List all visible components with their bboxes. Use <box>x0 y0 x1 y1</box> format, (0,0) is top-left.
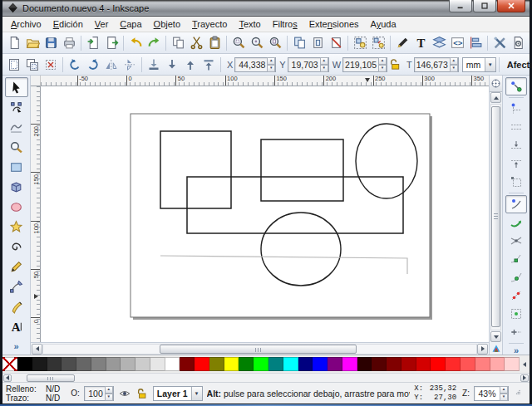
chevron-down-icon[interactable] <box>485 58 495 71</box>
pencil-tool[interactable] <box>5 257 28 276</box>
snap-rotation-centers-button[interactable] <box>505 323 527 341</box>
canvas-corner-button[interactable] <box>490 76 503 92</box>
layer-selector[interactable]: Layer 1 <box>153 386 203 401</box>
rectangle-tool[interactable] <box>5 157 28 177</box>
snap-enable-button[interactable] <box>505 77 527 95</box>
menu-capa[interactable]: Capa <box>114 17 147 31</box>
undo-button[interactable] <box>126 34 145 52</box>
menu-edición[interactable]: Edición <box>47 17 89 31</box>
zoom-page-button[interactable] <box>266 34 284 52</box>
ellipse-tool[interactable] <box>5 197 28 217</box>
color-swatch[interactable] <box>401 357 416 371</box>
h-scroll-thumb[interactable] <box>160 345 357 354</box>
import-button[interactable] <box>84 34 102 52</box>
color-swatch[interactable] <box>446 357 461 371</box>
spin-up-icon[interactable] <box>105 386 113 394</box>
x-value[interactable]: 44,338 <box>235 60 267 70</box>
selector-tool[interactable] <box>5 77 28 97</box>
spin-down-icon[interactable] <box>320 65 328 72</box>
cut-button[interactable] <box>187 34 205 52</box>
preferences-button[interactable] <box>490 34 509 52</box>
xml-editor-button[interactable]: <> <box>448 34 466 52</box>
spin-up-icon[interactable] <box>267 57 275 65</box>
fill-stroke-button[interactable] <box>393 34 411 52</box>
save-button[interactable] <box>42 34 60 52</box>
export-button[interactable] <box>102 34 121 52</box>
color-swatch[interactable] <box>239 357 254 371</box>
color-swatch[interactable] <box>490 357 505 371</box>
zoom-tool[interactable] <box>5 137 28 157</box>
height-spinner[interactable] <box>450 57 458 72</box>
layer-visibility-toggle[interactable] <box>118 387 131 400</box>
color-managed-display-button[interactable] <box>490 342 503 355</box>
height-input[interactable]: 146,673 <box>414 57 459 72</box>
spin-up-icon[interactable] <box>450 57 458 65</box>
spin-down-icon[interactable] <box>500 394 508 401</box>
snap-bbox-midpoints-button[interactable] <box>505 173 527 191</box>
zoom-drawing-button[interactable] <box>248 34 266 52</box>
clone-button[interactable] <box>308 34 327 52</box>
snap-smooth-nodes-button[interactable] <box>505 268 527 286</box>
color-swatch[interactable] <box>505 357 520 371</box>
color-swatch[interactable] <box>328 357 342 371</box>
y-spinner[interactable] <box>320 57 328 72</box>
color-swatch[interactable] <box>387 357 401 371</box>
snap-midpoints-button[interactable] <box>505 286 527 305</box>
vertical-ruler[interactable]: 200150100500 <box>31 86 41 342</box>
menu-filtros[interactable]: Filtros <box>267 17 303 31</box>
drawing-canvas[interactable] <box>41 86 489 342</box>
y-input[interactable]: 19,703 <box>288 57 329 72</box>
color-swatch[interactable] <box>431 357 446 371</box>
text-tool-tool[interactable]: A <box>5 316 28 336</box>
x-input[interactable]: 44,338 <box>234 57 276 72</box>
color-swatch[interactable] <box>17 357 32 371</box>
maximize-button[interactable] <box>473 0 496 12</box>
opacity-input[interactable]: 100 <box>84 386 114 401</box>
print-button[interactable] <box>60 34 78 52</box>
horizontal-ruler[interactable]: -50050100150200250300350 <box>41 76 489 86</box>
paste-button[interactable] <box>205 34 224 52</box>
toolbox-overflow-button[interactable]: » <box>13 341 18 351</box>
menu-ayuda[interactable]: Ayuda <box>365 17 402 31</box>
color-swatch[interactable] <box>180 357 195 371</box>
text-dialog-button[interactable]: T <box>411 34 430 52</box>
color-swatch[interactable] <box>461 357 475 371</box>
color-swatch[interactable] <box>91 357 106 371</box>
calligraphy-tool[interactable] <box>5 296 28 316</box>
color-swatch[interactable] <box>342 357 357 371</box>
snap-bbox-centers-button[interactable] <box>505 154 527 173</box>
snap-bbox-corners-button[interactable] <box>505 100 527 118</box>
scroll-left-button[interactable] <box>32 344 42 355</box>
flip-horizontal-button[interactable] <box>102 56 121 74</box>
spin-down-icon[interactable] <box>450 65 458 72</box>
menu-ver[interactable]: Ver <box>89 17 115 31</box>
copy-button[interactable] <box>169 34 187 52</box>
color-swatch[interactable] <box>47 357 62 371</box>
spin-up-icon[interactable] <box>320 57 328 65</box>
color-swatch[interactable] <box>268 357 283 371</box>
width-spinner[interactable] <box>378 57 387 72</box>
fill-stroke-indicator[interactable]: Relleno: N/D Trazo: N/D <box>6 384 60 403</box>
duplicate-button[interactable] <box>290 34 308 52</box>
deselect-button[interactable] <box>42 56 60 74</box>
spin-up-icon[interactable] <box>378 57 387 65</box>
color-swatch[interactable] <box>195 357 209 371</box>
select-all-button[interactable] <box>5 56 23 74</box>
zoom-value[interactable]: 43% <box>475 389 500 399</box>
rotate-ccw-button[interactable] <box>66 56 84 74</box>
snap-paths-button[interactable] <box>505 213 527 232</box>
height-value[interactable]: 146,673 <box>415 60 450 70</box>
spin-down-icon[interactable] <box>378 65 387 72</box>
color-swatch[interactable] <box>283 357 298 371</box>
y-value[interactable]: 19,703 <box>288 60 320 70</box>
spin-up-icon[interactable] <box>500 386 508 394</box>
v-scroll-thumb[interactable] <box>491 106 500 327</box>
snap-path-intersections-button[interactable] <box>505 232 527 250</box>
no-color-swatch[interactable] <box>2 357 17 371</box>
h-scroll-track[interactable] <box>42 344 477 355</box>
x-spinner[interactable] <box>267 57 275 72</box>
palette-scroll-track[interactable] <box>12 374 520 382</box>
color-swatch[interactable] <box>121 357 135 371</box>
palette-scroll-thumb[interactable] <box>27 374 75 382</box>
flip-vertical-button[interactable] <box>121 56 139 74</box>
